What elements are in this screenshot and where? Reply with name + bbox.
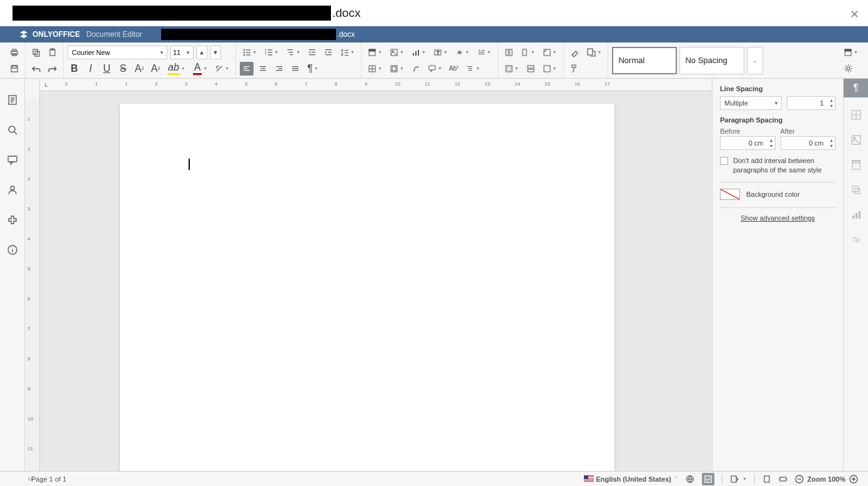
horizontal-ruler[interactable]: L 211234567891011121314151617: [40, 79, 712, 91]
numbering-button[interactable]: 12▼: [262, 46, 281, 59]
header-tab-icon[interactable]: [849, 157, 864, 172]
fit-page-icon[interactable]: [762, 475, 771, 484]
zoom-out-button[interactable]: [795, 475, 804, 484]
zoom-in-button[interactable]: [849, 475, 858, 484]
paste-icon[interactable]: [46, 46, 59, 59]
page[interactable]: [120, 104, 614, 471]
eraser-icon[interactable]: [568, 46, 581, 59]
insert-link-button[interactable]: [409, 62, 423, 76]
svg-rect-4: [12, 66, 16, 68]
font-size-select[interactable]: 11▼: [170, 46, 194, 59]
print-icon[interactable]: [7, 46, 21, 59]
line-spacing-button[interactable]: ▼: [338, 46, 357, 59]
page-info[interactable]: Page 1 of 1: [31, 475, 66, 483]
zoom-label[interactable]: Zoom 100%: [807, 475, 846, 483]
line-spacing-value-input[interactable]: 1▲▼: [787, 96, 836, 110]
subscript-button[interactable]: A2: [149, 62, 162, 76]
style-no-spacing[interactable]: No Spacing: [679, 47, 744, 74]
insert-equation-button[interactable]: ▼: [453, 46, 472, 59]
page-break-button[interactable]: [524, 62, 538, 76]
insert-footnote-button[interactable]: Ab1: [447, 62, 461, 76]
italic-button[interactable]: I: [84, 62, 97, 76]
file-menu-icon[interactable]: [5, 92, 20, 107]
underline-button[interactable]: U: [100, 62, 114, 76]
chart-tab-icon[interactable]: [849, 207, 864, 222]
close-icon[interactable]: ✕: [850, 7, 859, 21]
style-gallery-more[interactable]: ⌄: [747, 47, 763, 74]
highlight-color-button[interactable]: ab▼: [165, 62, 188, 76]
fit-width-icon[interactable]: [779, 475, 787, 484]
mailmerge-button[interactable]: ▼: [584, 46, 604, 59]
bold-button[interactable]: B: [67, 62, 81, 76]
page-margins-button[interactable]: ▼: [502, 62, 521, 76]
textart-tab-icon[interactable]: Ta: [849, 232, 864, 247]
vertical-ruler[interactable]: 1123456789101112: [25, 79, 40, 471]
plugins-icon[interactable]: [5, 212, 20, 227]
nonprinting-button[interactable]: ¶▼: [305, 62, 321, 76]
svg-rect-24: [312, 52, 315, 52]
redo-icon[interactable]: [46, 62, 59, 76]
bullets-button[interactable]: ▼: [240, 46, 259, 59]
spinner-icon[interactable]: ▲▼: [829, 97, 834, 109]
superscript-button[interactable]: A2: [132, 62, 146, 76]
spinner-icon[interactable]: ▲▼: [829, 137, 834, 149]
image-tab-icon[interactable]: [849, 132, 864, 147]
columns-button[interactable]: [502, 46, 516, 59]
indent-inc-button[interactable]: [322, 46, 335, 59]
format-painter-icon[interactable]: [568, 62, 581, 76]
strike-button[interactable]: S: [116, 62, 130, 76]
copy-icon[interactable]: [29, 46, 43, 59]
multilevel-button[interactable]: ▼: [284, 46, 303, 59]
page-orient-button[interactable]: ▼: [518, 46, 538, 59]
save-icon[interactable]: [7, 62, 21, 76]
language-selector[interactable]: English (United States) ⌃: [584, 475, 678, 483]
document-canvas[interactable]: L 211234567891011121314151617: [40, 79, 712, 471]
align-center-button[interactable]: [256, 62, 270, 76]
insert-comment-button[interactable]: ▼: [425, 62, 445, 76]
insert-shape-button[interactable]: ▼: [387, 62, 407, 76]
settings-gear-icon[interactable]: [841, 62, 855, 76]
spellcheck-lang-icon[interactable]: [686, 475, 694, 484]
ruler-number: 12: [27, 476, 33, 482]
font-inc-button[interactable]: ▲: [196, 46, 207, 59]
indent-dec-button[interactable]: [305, 46, 319, 59]
view-settings-button[interactable]: ▼: [841, 46, 861, 59]
insert-chart-button[interactable]: ▼: [409, 46, 428, 59]
clear-style-button[interactable]: ▼: [212, 62, 232, 76]
bgcolor-label: Background color: [746, 191, 800, 198]
svg-rect-48: [413, 53, 414, 56]
font-color-button[interactable]: A▼: [190, 62, 210, 76]
table-tab-icon[interactable]: [849, 107, 864, 122]
advanced-settings-link[interactable]: Show advanced settings: [720, 214, 836, 222]
shape-tab-icon[interactable]: [849, 182, 864, 197]
comments-icon[interactable]: [5, 152, 20, 167]
spacing-before-input[interactable]: 0 cm▲▼: [720, 136, 776, 150]
align-right-button[interactable]: [272, 62, 286, 76]
svg-rect-69: [507, 67, 511, 71]
bgcolor-swatch[interactable]: [720, 189, 740, 200]
dont-add-interval-checkbox[interactable]: Don't add interval between paragraphs of…: [720, 156, 836, 176]
align-left-button[interactable]: [240, 62, 254, 76]
spacing-after-input[interactable]: 0 cm▲▼: [781, 136, 836, 150]
insert-image-button[interactable]: ▼: [387, 46, 407, 59]
font-dec-button[interactable]: ▼: [210, 46, 221, 59]
spinner-icon[interactable]: ▲▼: [769, 137, 774, 149]
search-icon[interactable]: [5, 122, 20, 137]
insert-table-button[interactable]: ▼: [365, 62, 385, 76]
collaboration-icon[interactable]: [5, 182, 20, 197]
about-icon[interactable]: [5, 242, 20, 257]
insert-dropcap-button[interactable]: ▼: [475, 46, 494, 59]
line-spacing-mode-select[interactable]: Multiple▼: [720, 96, 782, 110]
style-normal[interactable]: Normal: [612, 47, 677, 74]
align-justify-button[interactable]: [289, 62, 302, 76]
undo-icon[interactable]: [29, 62, 43, 76]
font-name-select[interactable]: Courier New▼: [67, 46, 167, 59]
insert-header-button[interactable]: ▼: [365, 46, 385, 59]
spellcheck-toggle[interactable]: [702, 473, 714, 485]
insert-contents-button[interactable]: ▼: [463, 62, 483, 76]
insert-textbox-button[interactable]: T▼: [431, 46, 450, 59]
page-color-button[interactable]: ▼: [540, 62, 560, 76]
paragraph-tab-icon[interactable]: ¶: [844, 79, 868, 97]
page-size-button[interactable]: ▼: [540, 46, 560, 59]
track-changes-icon[interactable]: ▼: [730, 475, 747, 484]
